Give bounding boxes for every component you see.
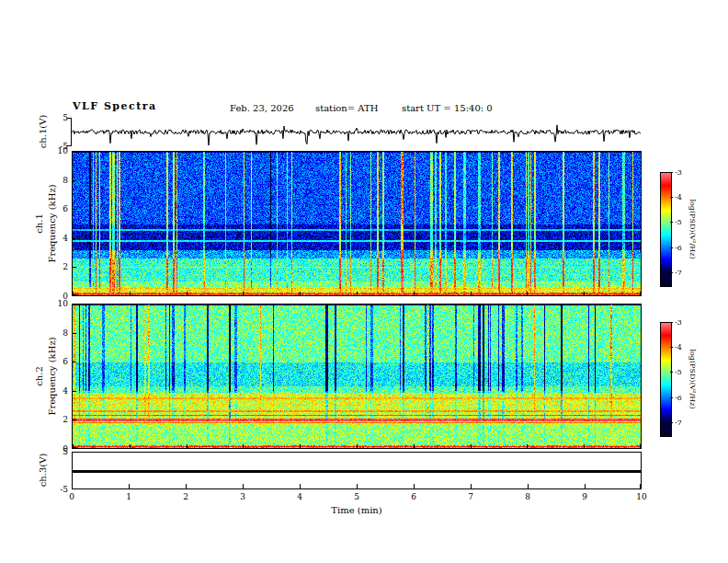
cb-tick-label: -5 — [675, 368, 682, 376]
x-tick — [300, 484, 301, 488]
x-tick-label: 8 — [518, 492, 538, 501]
y-tick-label: 2 — [48, 262, 68, 271]
x-tick-label: 9 — [574, 492, 595, 501]
ch2-spectrogram-canvas — [73, 304, 641, 448]
y-tick-label: 6 — [48, 357, 68, 366]
ch3-voltage-axis-label: ch.3(V) — [38, 454, 48, 488]
cb-tick — [670, 222, 673, 223]
ch1-frequency-axis-label: Frequency (kHz) — [47, 184, 57, 262]
y-tick-label: 10 — [48, 299, 68, 308]
cb-tick-label: -3 — [675, 168, 682, 177]
y-tick-label: 0 — [48, 444, 68, 454]
ch1-spectrogram-canvas — [73, 152, 641, 295]
colorbar-ch1 — [660, 172, 672, 287]
colorbar-ch2-canvas — [661, 323, 671, 436]
x-tick-label: 5 — [347, 492, 367, 501]
x-tick-label: 1 — [119, 492, 139, 501]
y-tick-label: 5 — [48, 113, 68, 122]
cb-tick — [670, 422, 673, 423]
cb-tick-label: -4 — [675, 193, 682, 201]
x-tick — [528, 484, 529, 488]
x-tick-label: 3 — [233, 492, 253, 501]
colorbar-ch1-label: log(PSD)(V²/Hz) — [688, 199, 697, 259]
x-tick-label: 10 — [631, 492, 652, 501]
x-tick-label: 4 — [290, 492, 310, 501]
y-tick-label: 8 — [48, 176, 68, 185]
cb-tick-label: -5 — [675, 218, 682, 226]
cb-tick-label: -6 — [675, 244, 682, 252]
y-tick-label: 4 — [48, 234, 68, 243]
ch2-spectrogram-panel — [72, 304, 642, 449]
y-tick-label: 8 — [48, 328, 68, 338]
x-tick — [414, 484, 415, 488]
cb-tick — [670, 347, 673, 348]
colorbar-ch2-label: log(PSD)(V²/Hz) — [688, 349, 697, 408]
x-tick — [72, 484, 73, 488]
cb-tick-label: -7 — [675, 419, 682, 427]
x-tick — [585, 484, 586, 488]
y-tick-label: 4 — [48, 386, 68, 396]
header-station: station= ATH — [315, 103, 378, 113]
y-tick-label: 6 — [48, 204, 68, 213]
colorbar-ch1-canvas — [661, 173, 671, 286]
y-tick-label: 2 — [48, 415, 68, 424]
x-tick-label: 2 — [176, 492, 196, 501]
x-tick — [640, 484, 641, 488]
ch3-flat-trace — [73, 470, 641, 473]
ch1-waveform-canvas — [72, 118, 642, 146]
x-tick — [471, 484, 472, 488]
cb-tick-label: -3 — [675, 318, 682, 327]
y-tick-label: -5 — [48, 485, 68, 494]
ch2-spectrogram-channel-label: ch.2 — [34, 366, 44, 386]
x-tick-label: 7 — [461, 492, 481, 501]
x-tick — [357, 484, 358, 488]
cb-tick — [670, 397, 673, 398]
ch1-spectrogram-panel — [72, 151, 642, 296]
x-tick — [186, 484, 187, 488]
cb-tick-label: -4 — [675, 343, 682, 351]
cb-tick-label: -6 — [675, 394, 682, 402]
ch2-frequency-axis-label: Frequency (kHz) — [47, 337, 57, 415]
header-date: Feb. 23, 2026 — [230, 103, 294, 113]
x-tick-label: 6 — [404, 492, 424, 501]
x-tick — [129, 484, 130, 488]
y-tick-label: 10 — [48, 146, 68, 155]
time-axis-label: Time (min) — [311, 505, 403, 515]
cb-tick — [670, 322, 673, 323]
x-tick — [243, 484, 244, 488]
cb-tick — [670, 172, 673, 173]
colorbar-ch2 — [660, 322, 672, 437]
ch1-spectrogram-channel-label: ch.1 — [34, 213, 44, 234]
cb-tick-label: -7 — [675, 269, 682, 277]
cb-tick — [670, 197, 673, 198]
header-start-ut: start UT = 15:40: 0 — [402, 103, 493, 113]
cb-tick — [670, 247, 673, 248]
cb-tick — [670, 372, 673, 373]
ch1-voltage-axis-label: ch.1(V) — [38, 115, 48, 149]
cb-tick — [670, 272, 673, 273]
figure-title: VLF Spectra — [73, 101, 157, 112]
vlf-spectra-figure: VLF Spectra Feb. 23, 2026 station= ATH s… — [0, 0, 728, 563]
